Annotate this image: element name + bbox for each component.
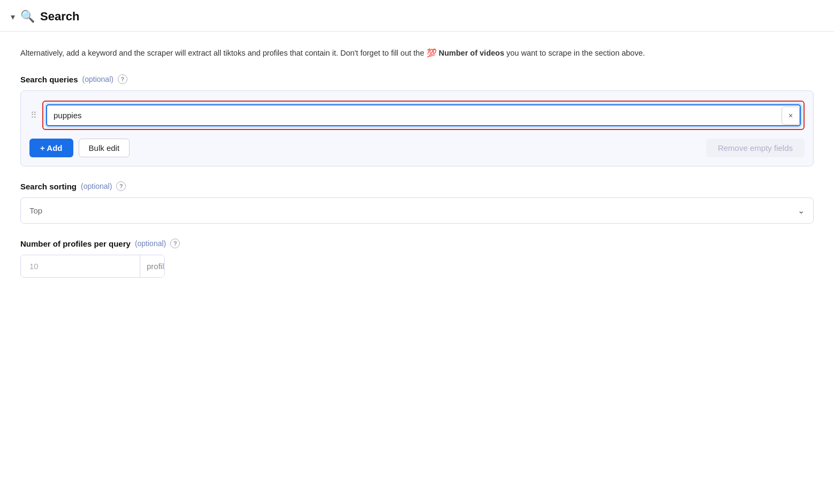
search-sorting-select[interactable]: Top ⌄ bbox=[20, 197, 814, 224]
drag-handle-icon[interactable]: ⠿ bbox=[29, 110, 37, 120]
input-actions-row: + Add Bulk edit Remove empty fields bbox=[29, 139, 805, 157]
search-sorting-label: Search sorting (optional) ? bbox=[20, 181, 814, 191]
search-query-input[interactable] bbox=[47, 105, 782, 125]
text-input-wrapper: × bbox=[46, 104, 801, 126]
search-queries-section: Search queries (optional) ? ⠿ × bbox=[20, 74, 814, 166]
section-header: ▾ 🔍 Search bbox=[0, 0, 834, 32]
desc-after: you want to scrape in the section above. bbox=[506, 49, 645, 57]
bulk-edit-button[interactable]: Bulk edit bbox=[79, 139, 130, 157]
profiles-unit-label: profiles bbox=[140, 255, 165, 277]
search-icon: 🔍 bbox=[20, 10, 35, 24]
hundred-emoji: 💯 bbox=[427, 48, 437, 57]
collapse-icon[interactable]: ▾ bbox=[11, 12, 15, 22]
search-queries-optional: (optional) bbox=[82, 75, 113, 83]
profiles-per-query-section: Number of profiles per query (optional) … bbox=[20, 239, 814, 278]
search-query-row: ⠿ × bbox=[29, 101, 805, 130]
search-sorting-help-icon[interactable]: ? bbox=[116, 181, 126, 191]
search-sorting-section: Search sorting (optional) ? Top ⌄ bbox=[20, 181, 814, 224]
description-text: Alternatively, add a keyword and the scr… bbox=[20, 47, 663, 59]
profiles-per-query-input[interactable] bbox=[21, 255, 140, 277]
search-queries-label: Search queries (optional) ? bbox=[20, 74, 814, 84]
profiles-per-query-input-wrapper: profiles + − bbox=[20, 255, 165, 278]
main-content: Alternatively, add a keyword and the scr… bbox=[0, 32, 834, 308]
profiles-per-query-label: Number of profiles per query (optional) … bbox=[20, 239, 814, 248]
search-queries-input-container: ⠿ × + Add Bulk edit Remove empty fields bbox=[20, 90, 814, 166]
search-queries-help-icon[interactable]: ? bbox=[118, 74, 127, 84]
profiles-per-query-optional: (optional) bbox=[135, 239, 166, 248]
red-outline: × bbox=[42, 101, 805, 130]
section-title: Search bbox=[40, 10, 79, 24]
chevron-down-icon: ⌄ bbox=[789, 198, 813, 223]
search-queries-title: Search queries bbox=[20, 75, 78, 84]
clear-input-button[interactable]: × bbox=[782, 106, 800, 125]
add-button[interactable]: + Add bbox=[29, 139, 73, 157]
profiles-per-query-title: Number of profiles per query bbox=[20, 239, 131, 248]
search-sorting-title: Search sorting bbox=[20, 182, 77, 191]
profiles-per-query-help-icon[interactable]: ? bbox=[170, 239, 180, 248]
search-sorting-value: Top bbox=[21, 198, 789, 223]
search-sorting-optional: (optional) bbox=[81, 182, 112, 190]
page-wrapper: ▾ 🔍 Search Alternatively, add a keyword … bbox=[0, 0, 834, 504]
desc-bold: Number of videos bbox=[439, 49, 504, 57]
remove-empty-fields-button[interactable]: Remove empty fields bbox=[706, 139, 805, 157]
desc-before: Alternatively, add a keyword and the scr… bbox=[20, 49, 424, 57]
actions-left: + Add Bulk edit bbox=[29, 139, 130, 157]
